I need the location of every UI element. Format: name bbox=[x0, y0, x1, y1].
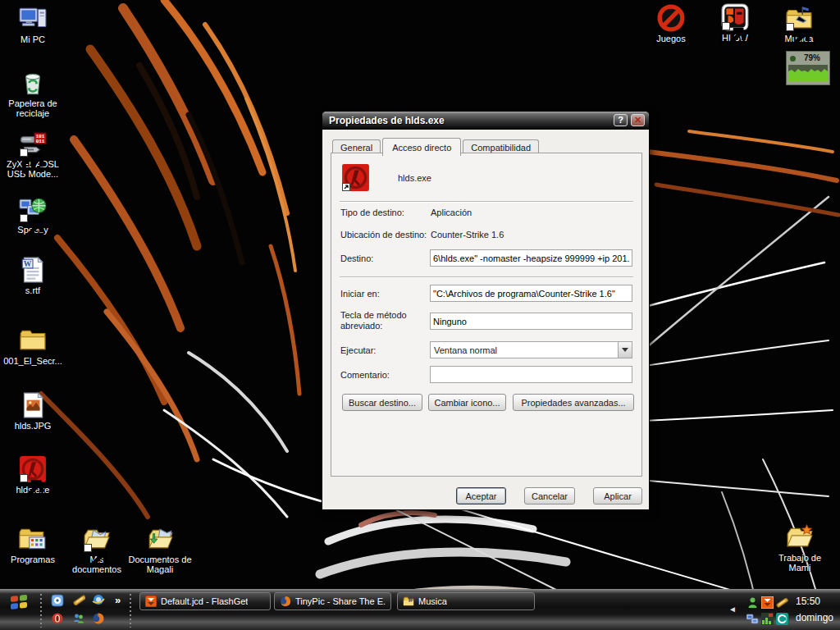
desktop-icon-musica[interactable]: Musica bbox=[766, 4, 832, 43]
hlsw-icon bbox=[721, 3, 749, 31]
shortcut-arrow-icon bbox=[786, 23, 794, 31]
help-button[interactable]: ? bbox=[614, 114, 628, 126]
blocked-icon bbox=[657, 4, 685, 32]
apply-button[interactable]: Aplicar bbox=[593, 487, 642, 504]
work-folder-icon bbox=[786, 523, 814, 551]
folder-icon bbox=[403, 596, 414, 607]
messenger-tray-icon[interactable] bbox=[746, 596, 759, 609]
target-location-label: Ubicación de destino: bbox=[340, 230, 427, 240]
desktop-icon-label: s.rtf bbox=[0, 285, 66, 295]
meter-graph bbox=[788, 65, 828, 81]
divider bbox=[340, 201, 633, 203]
desktop-icon-programas[interactable]: Programas bbox=[0, 525, 66, 564]
desktop-icon-label: Trabajo de Mami bbox=[767, 553, 833, 573]
desktop-icon-zyxel[interactable]: 101011 ZyXEL ADSL USB Mode... bbox=[0, 130, 66, 179]
network-tray-icon[interactable] bbox=[746, 613, 759, 625]
shortcut-key-input[interactable] bbox=[430, 313, 632, 330]
music-folder-icon bbox=[785, 4, 813, 32]
shortcut-arrow-icon bbox=[84, 544, 92, 552]
cancel-button[interactable]: Cancelar bbox=[524, 487, 575, 504]
netmeter-tray-icon[interactable] bbox=[761, 613, 774, 625]
messenger-icon[interactable] bbox=[72, 612, 85, 625]
desktop-icon-trabajo-de-mami[interactable]: Trabajo de Mami bbox=[767, 523, 833, 573]
desktop-icon-label: hlds.JPG bbox=[0, 421, 66, 431]
taskbar-separator[interactable] bbox=[129, 593, 132, 628]
desktop-icon-speedy[interactable]: Speedy bbox=[0, 195, 66, 235]
desktop-icon-label: Documentos de Magali bbox=[122, 555, 198, 574]
desktop-icon-001-el-secr[interactable]: 001_El_Secr... bbox=[0, 326, 66, 366]
target-input[interactable] bbox=[430, 249, 632, 267]
desktop-icon-mis-documentos[interactable]: Mis documentos bbox=[64, 525, 130, 574]
desktop-icon-juegos[interactable]: Juegos bbox=[638, 4, 704, 43]
comment-label: Comentario: bbox=[340, 370, 390, 380]
flashget-icon bbox=[145, 596, 157, 607]
tinypic-icon[interactable] bbox=[51, 594, 64, 607]
shortcut-arrow-icon bbox=[20, 148, 28, 157]
taskbar-button-musica[interactable]: Musica bbox=[397, 592, 535, 610]
target-label: Destino: bbox=[340, 253, 373, 263]
flashget-tray-icon[interactable] bbox=[761, 596, 774, 609]
combo-dropdown-button[interactable] bbox=[618, 342, 632, 358]
target-type-value: Aplicación bbox=[431, 208, 472, 217]
recycle-bin-icon bbox=[19, 69, 47, 97]
divider bbox=[340, 276, 633, 278]
opera-icon[interactable] bbox=[51, 612, 64, 625]
more-chevron-icon[interactable]: » bbox=[115, 594, 121, 606]
tray-clock[interactable]: 15:50 bbox=[796, 593, 833, 609]
taskbar: » Default.jcd - FlashGet TinyPic - Share… bbox=[0, 589, 840, 630]
taskbar-button-label: Musica bbox=[418, 596, 447, 606]
desktop-icon-documentos-magali[interactable]: Documentos de Magali bbox=[122, 525, 198, 574]
system-meter-widget[interactable]: 79% bbox=[786, 51, 830, 85]
taskbar-button-label: TinyPic - Share The E... bbox=[295, 596, 386, 606]
desktop-icon-hlds-exe[interactable]: hlds.exe bbox=[0, 455, 66, 495]
comment-input[interactable] bbox=[430, 366, 632, 383]
gold-utility-icon[interactable] bbox=[72, 594, 85, 607]
firefox-icon[interactable] bbox=[92, 612, 105, 625]
desktop-icon-label: 001_El_Secr... bbox=[0, 356, 66, 366]
desktop-icon-papelera[interactable]: Papelera de reciclaje bbox=[0, 69, 66, 118]
meter-status-dot bbox=[790, 56, 796, 62]
svg-text:W: W bbox=[24, 259, 32, 268]
computer-icon bbox=[19, 5, 47, 33]
meter-percentage: 79% bbox=[804, 53, 820, 62]
run-value: Ventana normal bbox=[431, 345, 618, 355]
change-icon-button[interactable]: Cambiar icono... bbox=[428, 394, 506, 411]
tab-acceso-directo[interactable]: Acceso directo bbox=[382, 138, 461, 156]
word-document-icon: W bbox=[19, 256, 47, 284]
dialog-title: Propiedades de hlds.exe bbox=[329, 115, 445, 126]
taskbar-button-flashget[interactable]: Default.jcd - FlashGet bbox=[139, 592, 271, 610]
image-file-icon bbox=[19, 391, 47, 419]
start-button[interactable] bbox=[10, 594, 28, 609]
desktop-icon-label: Programas bbox=[0, 555, 66, 564]
internet-explorer-icon[interactable] bbox=[92, 593, 105, 606]
shortcut-arrow-icon bbox=[20, 214, 28, 222]
shared-documents-icon bbox=[146, 525, 174, 553]
shortcut-arrow-icon bbox=[342, 183, 350, 191]
run-combobox[interactable]: Ventana normal bbox=[430, 341, 632, 358]
find-target-button[interactable]: Buscar destino... bbox=[342, 394, 422, 411]
tray-collapse-icon[interactable]: ◄ bbox=[728, 605, 737, 614]
svg-text:011: 011 bbox=[36, 139, 45, 144]
desktop-icon-hlds-jpg[interactable]: hlds.JPG bbox=[0, 391, 66, 431]
folder-icon bbox=[19, 326, 47, 354]
ok-button[interactable]: Aceptar bbox=[456, 487, 506, 504]
dialog-titlebar[interactable]: Propiedades de hlds.exe ? ✕ bbox=[322, 112, 649, 130]
tray-day[interactable]: domingo bbox=[796, 609, 833, 626]
desktop-icon-srtf[interactable]: W s.rtf bbox=[0, 256, 66, 295]
firefox-icon bbox=[280, 596, 291, 607]
taskbar-button-label: Default.jcd - FlashGet bbox=[161, 596, 248, 606]
file-header-row: hlds.exe bbox=[341, 163, 431, 192]
advanced-properties-button[interactable]: Propiedades avanzadas... bbox=[513, 394, 634, 411]
close-button[interactable]: ✕ bbox=[631, 114, 645, 126]
desktop-icon-mi-pc[interactable]: Mi PC bbox=[0, 5, 66, 44]
start-in-input[interactable] bbox=[430, 285, 632, 302]
taskbar-separator[interactable] bbox=[39, 593, 43, 628]
desktop-icon-label: Juegos bbox=[638, 34, 704, 43]
gold-utility-tray-icon[interactable] bbox=[776, 596, 788, 609]
network-globe-icon bbox=[19, 195, 47, 223]
openoffice-tray-icon[interactable] bbox=[776, 613, 788, 625]
desktop-icon-hlsw[interactable]: HLSW bbox=[702, 3, 768, 43]
chevron-down-icon bbox=[622, 348, 628, 352]
file-name: hlds.exe bbox=[398, 173, 431, 183]
taskbar-button-tinypic[interactable]: TinyPic - Share The E... bbox=[274, 592, 391, 610]
